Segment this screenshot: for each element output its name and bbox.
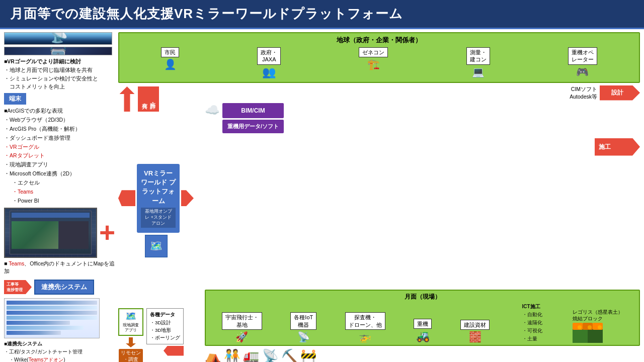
- screenshot-image: [4, 208, 97, 258]
- arrow-to-vr: [118, 190, 135, 206]
- moon-actor-heavy: 重機 🚜: [414, 319, 432, 343]
- arrow-to-integration: 工事等進捗管理: [4, 280, 32, 294]
- actor-shimin: 市民 👤: [161, 47, 179, 70]
- moon-actors-row: 宇宙飛行士・基地 🚀 各種IoT機器 📡 探査機・ドローン、他 🚁: [208, 303, 636, 343]
- title-bar: 月面等での建設無人化支援VRミラーワールドプラットフォーム: [0, 0, 644, 29]
- field-section: 🗺️ 現地調査アプリ リモセン・調査 各種データ ・3D設計 ・3D地: [118, 308, 194, 362]
- regolith-section: レゴリス（惑星表土）焼結ブロック: [573, 309, 623, 343]
- endpoint-section: 端末 ■ArcGISでの多彩な表現 ・Webブラウザ（2D/3D） ・ArcGI…: [4, 93, 115, 205]
- icon-satellite2: 📡: [262, 348, 278, 362]
- actor-general-contractor: ゼネコン 🏗️: [359, 47, 388, 70]
- flow-right: CIMソフトAutodesk等 設計 ☁️ BIM/CIM 重: [205, 85, 640, 362]
- endpoint-title: 端末: [4, 93, 26, 105]
- left-panel: 📡 VR/AR 現場 🥽 ■VRゴーグルでより詳細に検討 ・地球と月面で同じ臨場…: [0, 29, 118, 362]
- earth-section: 地球（政府・企業・関係者） 市民 👤 政府・JAXA 👥 ゼネコン 🏗️: [118, 32, 640, 83]
- remocen-label: リモセン・調査: [119, 349, 143, 362]
- integration-section: 工事等進捗管理 連携先システム ■連携先システム ・工程/タスク/ガントチャート…: [4, 278, 115, 362]
- construction-icons-row: ⛺ 🧑‍🤝‍🧑 🚛 📡 ⛏️ 🚧: [205, 348, 640, 362]
- svg-rect-2: [588, 328, 603, 343]
- svg-rect-6: [578, 325, 582, 329]
- actor-operator: 重機オペレーター 🎮: [568, 47, 597, 78]
- svg-rect-1: [573, 328, 588, 343]
- flow-left: 計画・共有 VRミラーワールド プラットフォーム 基地用オンプレ +スタンドアロ…: [118, 85, 194, 362]
- sekkei-label: 設計: [611, 88, 628, 97]
- vr-map-icon: 🗺️: [145, 235, 168, 257]
- bim-area: CIMソフトAutodesk等 設計 ☁️ BIM/CIM 重: [205, 85, 640, 156]
- vr-note-title: ■VRゴーグルでより詳細に検討: [4, 57, 115, 66]
- svg-rect-7: [588, 325, 592, 329]
- sekou-arrow: 施工: [595, 138, 640, 156]
- vr-note-item-1: ・地球と月面で同じ臨場体験を共有: [4, 66, 115, 74]
- flow-arrows-center: [197, 85, 202, 362]
- screenshot-section: +: [4, 208, 115, 258]
- bim-box: BIM/CIM: [222, 103, 284, 118]
- arrow-to-remocen: [126, 337, 136, 347]
- integration-screenshot: [4, 298, 100, 338]
- regolith-icon: [573, 323, 603, 343]
- cloud-icon: ☁️: [205, 103, 220, 133]
- page-body: 📡 VR/AR 現場 🥽 ■VRゴーグルでより詳細に検討 ・地球と月面で同じ臨場…: [0, 29, 644, 362]
- moon-actor-astronaut: 宇宙飛行士・基地 🚀: [222, 312, 262, 343]
- ict-box: ICT施工 ・自動化 ・遠隔化 ・可視化 ・土量: [522, 303, 542, 343]
- icon-bulldozer: 🚧: [300, 348, 316, 362]
- icon-excavator: ⛏️: [281, 348, 297, 362]
- earth-title: 地球（政府・企業・関係者）: [123, 36, 635, 45]
- cim-note: CIMソフトAutodesk等: [570, 85, 597, 100]
- up-arrow-plan: [120, 86, 135, 112]
- plan-share-label: 計画・共有: [138, 86, 159, 112]
- plus-icon: +: [99, 219, 115, 246]
- heavy-box: 重機用データ/ソフト: [222, 120, 284, 133]
- vr-note-block: ■VRゴーグルでより詳細に検討 ・地球と月面で同じ臨場体験を共有 ・シミュレーシ…: [4, 57, 115, 91]
- actor-survey: 測量・建コン 💻: [466, 47, 490, 78]
- icon-people: 🧑‍🤝‍🧑: [224, 348, 240, 362]
- arrow-from-vr: [181, 190, 194, 206]
- svg-rect-8: [598, 325, 602, 329]
- central-flow: 計画・共有 VRミラーワールド プラットフォーム 基地用オンプレ +スタンドアロ…: [118, 85, 640, 362]
- vr-note-item-2: ・シミュレーションや検討で安全性と コストメリットを向上: [4, 74, 115, 92]
- sekou-label: 施工: [599, 143, 611, 151]
- regolith-label: レゴリス（惑星表土）焼結ブロック: [573, 309, 623, 322]
- field-app-icon: 🗺️ 現地調査アプリ: [118, 308, 143, 336]
- endpoint-list: ■ArcGISでの多彩な表現 ・Webブラウザ（2D/3D） ・ArcGIS P…: [4, 107, 115, 205]
- icon-tent: ⛺: [205, 348, 221, 362]
- photo-lunar: 📡 VR/AR 現場: [4, 32, 112, 45]
- moon-section: 月面（現場） 宇宙飛行士・基地 🚀 各種IoT機器 📡 探査: [205, 290, 640, 346]
- icon-truck: 🚛: [243, 348, 259, 362]
- moon-title: 月面（現場）: [208, 293, 636, 301]
- ict-section: ICT施工 ・自動化 ・遠隔化 ・可視化 ・土量: [522, 303, 542, 343]
- actor-jaxa: 政府・JAXA 👥: [257, 47, 281, 79]
- integration-text: ■連携先システム ・工程/タスク/ガントチャート管理 ・Wrike(Teamsア…: [4, 340, 115, 362]
- right-panel: 地球（政府・企業・関係者） 市民 👤 政府・JAXA 👥 ゼネコン 🏗️: [118, 29, 644, 362]
- moon-actor-drone: 探査機・ドローン、他 🚁: [345, 312, 385, 343]
- moon-actor-iot: 各種IoT機器 📡: [290, 312, 316, 343]
- data-box: 各種データ ・3D設計 ・3D地形 ・ボーリング: [146, 308, 184, 344]
- vr-platform-section: VRミラーワールド プラットフォーム 基地用オンプレ +スタンドアロン 🗺️: [118, 164, 194, 257]
- sekkei-arrow: 設計: [600, 85, 640, 101]
- integration-title: 連携先システム: [34, 280, 94, 295]
- data-left-arrow: [164, 346, 184, 356]
- teams-note: ■ Teams、Office内のドキュメントにMapを追加: [4, 260, 115, 276]
- moon-actor-material: 建設資材 🧱: [460, 320, 490, 343]
- earth-actors-row: 市民 👤 政府・JAXA 👥 ゼネコン 🏗️ 測量・建コン 💻: [123, 47, 635, 79]
- page-wrapper: 月面等での建設無人化支援VRミラーワールドプラットフォーム 📡 VR/AR 現場…: [0, 0, 644, 362]
- vr-platform-box: VRミラーワールド プラットフォーム 基地用オンプレ +スタンドアロン: [137, 164, 180, 232]
- plan-share-section: 計画・共有: [118, 85, 194, 113]
- page-title: 月面等での建設無人化支援VRミラーワールドプラットフォーム: [10, 6, 403, 21]
- photo-vr: 🥽: [4, 47, 112, 56]
